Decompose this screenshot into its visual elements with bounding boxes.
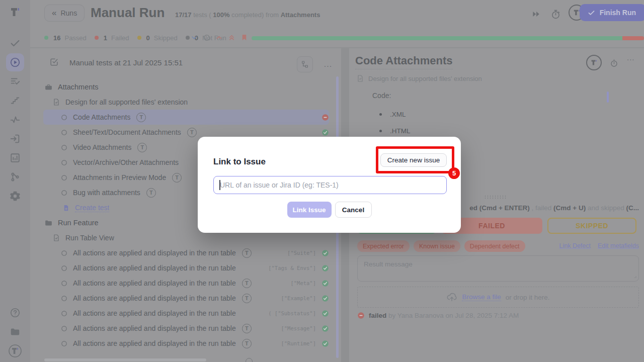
sidebar-item-reports[interactable] xyxy=(6,149,24,167)
select-tests-icon[interactable] xyxy=(49,57,59,67)
tree-item-label: Video Attachments xyxy=(73,143,131,151)
sidebar-item-runs[interactable] xyxy=(6,53,24,71)
tree-item-test[interactable]: Code AttachmentsT xyxy=(43,110,329,125)
tree-item-label: Vector/Archive/Other Attachments xyxy=(73,158,179,166)
finish-run-button[interactable]: Finish Run xyxy=(580,4,644,21)
bookmark-icon[interactable] xyxy=(240,34,249,42)
tree-item-tag: ["Meta"] xyxy=(290,280,316,286)
back-to-runs-button[interactable]: « Runs xyxy=(44,5,85,22)
text-cursor xyxy=(219,180,220,190)
tree-menu-button[interactable]: ... xyxy=(320,56,336,72)
run-progress-bar xyxy=(252,36,644,40)
passed-status-icon xyxy=(321,340,329,347)
tree-item-label: Create test xyxy=(75,204,109,212)
sidebar-item-tests[interactable] xyxy=(6,34,24,52)
tree-item-test[interactable]: All actions are applied and displayed in… xyxy=(30,260,329,276)
test-icon xyxy=(60,144,68,151)
app-sidebar xyxy=(0,0,30,362)
horizontal-scrollbar[interactable] xyxy=(44,358,206,361)
help-icon[interactable] xyxy=(6,304,24,322)
doc-icon xyxy=(52,98,60,106)
tree-view-toggle-button[interactable] xyxy=(297,56,313,72)
assignee-avatar[interactable] xyxy=(586,55,602,70)
result-message-input[interactable] xyxy=(357,255,639,282)
tree-item-label: Code Attachments xyxy=(73,113,130,121)
drag-handle[interactable] xyxy=(484,195,507,199)
run-tree-title: Manual tests at 21 Jul 2025 15:51 xyxy=(69,58,183,67)
tree-item-test[interactable]: All actions are applied and displayed in… xyxy=(30,276,329,291)
tree-item-label: Attachments xyxy=(58,83,99,91)
tree-item-suite[interactable]: Attachments xyxy=(30,79,329,95)
test-icon xyxy=(60,174,68,182)
skipped-button[interactable]: SKIPPED xyxy=(547,218,636,234)
app-logo-icon[interactable] xyxy=(6,3,24,21)
run-status-bar: 16Passed 1Failed 0Skipped 0Not Run xyxy=(30,28,644,47)
jump-up-icon[interactable] xyxy=(215,34,223,42)
collapse-chevron-down-icon[interactable] xyxy=(190,34,198,42)
sidebar-item-settings[interactable] xyxy=(6,187,24,205)
testomat-badge-icon: T xyxy=(242,339,252,348)
sidebar-item-activity[interactable] xyxy=(6,111,24,129)
passed-dot-icon xyxy=(44,36,48,40)
edit-metafields-link[interactable]: Edit metafields xyxy=(598,242,639,249)
circle-filter-icon[interactable] xyxy=(203,34,211,42)
link-issue-button[interactable]: Link Issue xyxy=(287,202,332,218)
modal-title: Link to Issue xyxy=(213,157,266,167)
passed-status-icon xyxy=(321,249,329,257)
fast-forward-icon[interactable] xyxy=(529,7,543,21)
test-detail-title[interactable]: Code Attachments xyxy=(355,54,453,69)
timer-icon[interactable] xyxy=(548,7,562,21)
test-menu-button[interactable]: ... xyxy=(627,53,635,62)
failed-status-icon xyxy=(321,114,329,121)
issue-url-input[interactable] xyxy=(213,176,447,194)
tree-item-label: Run Feature xyxy=(58,219,99,227)
content-scrollbar[interactable] xyxy=(607,92,609,103)
file-dropzone[interactable]: Browse a file or drop it here. xyxy=(357,287,639,308)
test-timer-icon[interactable] xyxy=(607,56,620,69)
tree-item-test[interactable]: All actions are applied and displayed in… xyxy=(30,306,329,321)
tree-item-test[interactable]: All actions are applied and displayed in… xyxy=(30,291,329,306)
browse-file-link[interactable]: Browse a file xyxy=(462,293,501,301)
flag-expected-error[interactable]: Expected error xyxy=(357,240,410,252)
test-icon xyxy=(60,189,68,197)
result-history-row: failed by Yana Baranova on Jul 28, 2025 … xyxy=(357,312,519,319)
page-title: Manual Run xyxy=(91,5,165,21)
list-item: .XML xyxy=(379,111,406,118)
tree-item-tag: ["Tags & Envs"] xyxy=(268,265,316,271)
docs-folder-icon[interactable] xyxy=(6,323,24,341)
check-icon xyxy=(588,9,595,17)
test-icon xyxy=(60,159,68,166)
tree-item-doc[interactable]: Design for all supported files' extensio… xyxy=(30,95,329,110)
flag-dependent-defect[interactable]: Dependent defect xyxy=(464,240,525,252)
tree-item-test[interactable]: All actions are applied and displayed in… xyxy=(30,245,329,260)
partial-next-row xyxy=(246,358,253,362)
tree-item-label: All actions are applied and displayed in… xyxy=(73,294,236,302)
run-progress-summary: 17/17 tests ( 100% completed) from Attac… xyxy=(175,11,320,19)
tree-item-label: Attachments in Preview Mode xyxy=(73,173,166,182)
jump-top-icon[interactable] xyxy=(228,34,236,42)
sidebar-item-branches[interactable] xyxy=(6,168,24,186)
tree-item-tag: ["Example"] xyxy=(281,295,316,301)
tree-item-label: All actions are applied and displayed in… xyxy=(73,279,236,287)
test-icon xyxy=(60,310,68,317)
flag-known-issue[interactable]: Known issue xyxy=(414,240,460,252)
tree-item-label: Design for all supported files' extensio… xyxy=(65,98,188,106)
test-icon xyxy=(60,114,68,121)
annotation-step-badge: 5 xyxy=(448,167,460,179)
link-defect-link[interactable]: Link Defect xyxy=(559,242,591,249)
test-icon xyxy=(60,129,68,136)
sidebar-item-plans[interactable] xyxy=(6,72,24,90)
resize-handle-icon[interactable] xyxy=(632,274,637,279)
annotation-highlight-box xyxy=(376,146,454,173)
test-icon xyxy=(60,340,68,347)
tree-item-test[interactable]: All actions are applied and displayed in… xyxy=(30,336,329,351)
tree-item-test[interactable]: All actions are applied and displayed in… xyxy=(30,321,329,336)
failed-dot-icon xyxy=(95,36,99,40)
profile-logo-icon[interactable] xyxy=(6,342,24,360)
document-icon xyxy=(356,74,364,82)
sidebar-item-steps[interactable] xyxy=(6,92,24,110)
sidebar-item-import[interactable] xyxy=(6,130,24,148)
suite-icon xyxy=(44,83,53,92)
back-to-runs-label: Runs xyxy=(60,9,77,17)
cancel-button[interactable]: Cancel xyxy=(335,202,372,218)
